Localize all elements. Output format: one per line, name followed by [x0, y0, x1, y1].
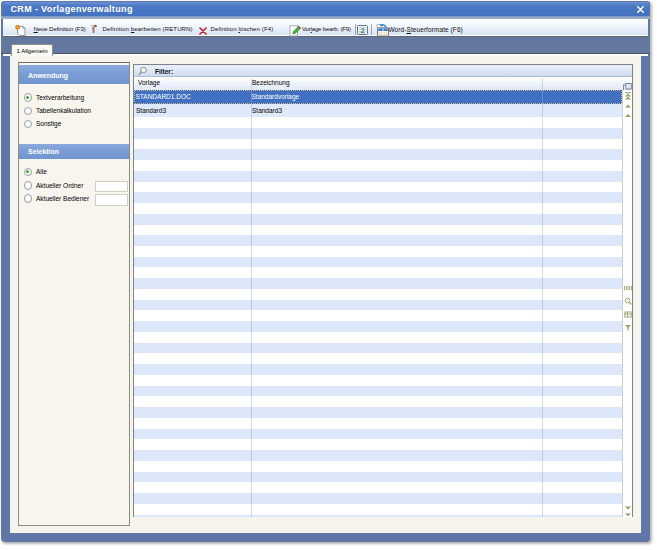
svg-text:2: 2 [360, 26, 364, 35]
